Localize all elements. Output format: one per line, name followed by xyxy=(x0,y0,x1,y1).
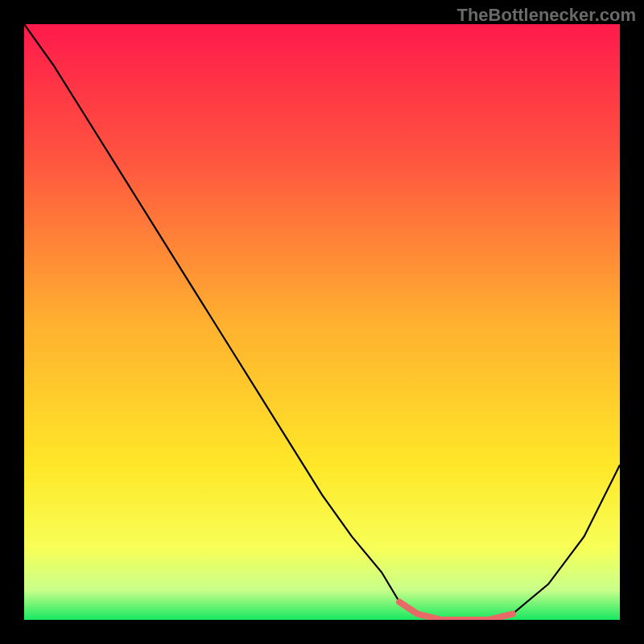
chart-container xyxy=(24,24,620,620)
bottleneck-chart xyxy=(24,24,620,620)
gradient-background xyxy=(24,24,620,620)
watermark-text: TheBottlenecker.com xyxy=(456,5,636,26)
